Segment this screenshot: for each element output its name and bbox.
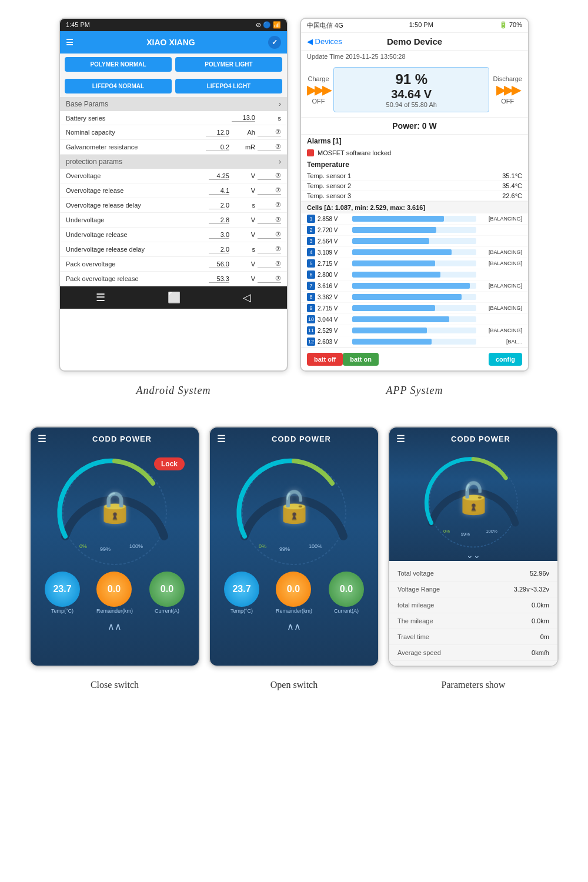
charge-arrows: ▶▶▶ [307, 82, 330, 98]
app-cell-row: 12 2.603 V [BAL... [301, 336, 528, 348]
codd-menu-icon-2[interactable]: ☰ [217, 433, 226, 445]
bottom-labels-row: Close switch Open switch Parameters show [0, 673, 588, 708]
top-section: 1:45 PM ⊘ 🔵 📶 ☰ XIAO XIANG ✓ POLYMER NOR… [0, 0, 588, 377]
discharge-arrows: ▶▶▶ [493, 82, 522, 98]
codd-lock-icon-params: 🔓 [455, 480, 493, 516]
app-cell-row: 2 2.720 V [301, 225, 528, 236]
app-label: APP System [300, 385, 529, 397]
app-cell-row: 7 3.616 V [BALANCING] [301, 280, 528, 292]
app-cells: 1 2.858 V [BALANCING] 2 2.720 V 3 2.564 … [301, 213, 528, 348]
app-alarm-row: MOSFET software locked [301, 148, 528, 158]
app-time: 1:50 PM [409, 21, 433, 30]
btn-batt-on[interactable]: batt on [343, 353, 379, 366]
app-cells-header: Cells [Δ: 1.087, min: 2.529, max: 3.616] [301, 201, 528, 213]
android-param-row: Undervoltage release 3.0 V ⑦ [60, 228, 287, 242]
app-cell-row: 3 2.564 V [301, 236, 528, 247]
app-temp-row: Temp. sensor 322.6°C [301, 191, 528, 201]
codd-stat-remainder-close: 0.0 Remainder(km) [96, 572, 133, 614]
app-cell-row: 9 2.715 V [BALANCING] [301, 303, 528, 314]
app-cell-row: 8 3.362 V [301, 292, 528, 303]
app-phone: 中国电信 4G 1:50 PM 🔋 70% ◀ Devices Demo Dev… [300, 18, 529, 372]
android-param-row: Undervoltage 2.8 V ⑦ [60, 213, 287, 228]
open-switch-label: Open switch [209, 680, 379, 690]
app-cell-row: 10 3.044 V [301, 314, 528, 325]
btn-lifepo4-light[interactable]: LIFEPO4 LIGHT [175, 79, 282, 93]
codd-gauge-area-open: 0% 99% 100% 🔓 [210, 448, 378, 566]
charge-center: 91 % 34.64 V 50.94 of 55.80 Ah [333, 67, 489, 112]
android-phone: 1:45 PM ⊘ 🔵 📶 ☰ XIAO XIANG ✓ POLYMER NOR… [59, 18, 288, 372]
app-back-button[interactable]: ◀ Devices [307, 37, 342, 46]
codd-header-close: ☰ CODD POWER [31, 427, 199, 448]
charge-left: Charge ▶▶▶ OFF [307, 75, 330, 105]
svg-text:0%: 0% [443, 529, 450, 534]
btn-config[interactable]: config [489, 353, 522, 366]
svg-text:99%: 99% [100, 546, 111, 552]
android-param-row: Overvoltage release delay 2.0 s ⑦ [60, 198, 287, 213]
android-protection-header: protection params › [60, 155, 287, 169]
app-temps: Temp. sensor 135.1°CTemp. sensor 235.4°C… [301, 171, 528, 201]
codd-title-3: CODD POWER [411, 435, 550, 443]
android-header: ☰ XIAO XIANG ✓ [60, 31, 287, 54]
param-name: Nominal capacity [66, 129, 115, 136]
codd-lock-icon-close: 🔒 [96, 489, 134, 525]
android-param-nominal-capacity: Nominal capacity 12.0 Ah ⑦ [60, 125, 287, 140]
app-signal: 中国电信 4G [307, 21, 343, 30]
android-back-icon[interactable]: ◁ [243, 291, 251, 304]
app-temp-header: Temperature [301, 158, 528, 171]
charge-ah: 50.94 of 55.80 Ah [336, 101, 486, 108]
btn-lifepo4-normal[interactable]: LIFEPO4 NORMAL [65, 79, 172, 93]
android-param-row: Undervoltage release delay 2.0 s ⑦ [60, 242, 287, 257]
android-param-row: Overvoltage release 4.1 V ⑦ [60, 183, 287, 198]
codd-phone-close: ☰ CODD POWER Lock 0% 99% 100% 🔒 [29, 426, 200, 667]
android-bottom-bar: ☰ ⬜ ◁ [60, 286, 287, 309]
stat-remainder-circle: 0.0 [96, 572, 132, 607]
svg-text:100%: 100% [129, 543, 143, 549]
codd-stat-current-close: 0.0 Current(A) [149, 572, 185, 614]
svg-text:0%: 0% [259, 543, 266, 549]
app-temp-row: Temp. sensor 235.4°C [301, 181, 528, 191]
android-label: Android System [59, 385, 288, 397]
close-switch-label: Close switch [29, 680, 200, 690]
btn-polymer-normal[interactable]: POLYMER NORMAL [65, 57, 172, 72]
app-charge-section: Charge ▶▶▶ OFF 91 % 34.64 V 50.94 of 55.… [301, 62, 528, 118]
android-protection-params: Overvoltage 4.25 V ⑦ Overvoltage release… [60, 169, 287, 286]
params-data-row: Travel time0m [389, 629, 557, 645]
params-data-row: Total voltage52.96v [389, 566, 557, 582]
android-check-icon[interactable]: ✓ [268, 36, 281, 49]
android-home-icon[interactable]: ☰ [96, 291, 105, 304]
bottom-section: ☰ CODD POWER Lock 0% 99% 100% 🔒 [0, 415, 588, 673]
codd-stat-current-open: 0.0 Current(A) [329, 572, 364, 614]
android-param-galvanometer: Galvanometer resistance 0.2 mR ⑦ [60, 140, 287, 155]
app-cell-row: 6 2.800 V [301, 269, 528, 280]
codd-menu-icon-3[interactable]: ☰ [396, 433, 405, 445]
codd-header-open: ☰ CODD POWER [210, 427, 378, 448]
app-nav-bar: ◀ Devices Demo Device [301, 33, 528, 51]
app-status-bar: 中国电信 4G 1:50 PM 🔋 70% [301, 19, 528, 33]
alarm-dot-icon [307, 149, 314, 156]
codd-bottom-arrow-open[interactable]: ∧∧ [210, 619, 378, 638]
btn-polymer-light[interactable]: POLYMER LIGHT [175, 57, 282, 72]
lock-badge-close[interactable]: Lock [154, 457, 185, 470]
chevron-down-icon[interactable]: ⌄⌄ [389, 548, 557, 561]
app-temp-row: Temp. sensor 135.1°C [301, 171, 528, 181]
app-power-row: Power: 0 W [301, 118, 528, 135]
param-name: Battery series [66, 115, 105, 122]
android-circle-icon[interactable]: ⬜ [168, 291, 181, 304]
android-icons: ⊘ 🔵 📶 [256, 21, 281, 29]
svg-text:99%: 99% [279, 546, 290, 552]
top-labels-row: Android System APP System [0, 377, 588, 415]
android-param-battery-series: Battery series 13.0 s [60, 111, 287, 125]
android-param-row: Pack overvoltage release 53.3 V ⑦ [60, 272, 287, 286]
codd-header-params: ☰ CODD POWER [389, 427, 557, 448]
codd-menu-icon-1[interactable]: ☰ [38, 433, 46, 445]
stat-temp-circle-2: 23.7 [224, 572, 259, 607]
codd-bottom-arrow-close[interactable]: ∧∧ [31, 619, 199, 638]
btn-batt-off[interactable]: batt off [307, 353, 343, 366]
codd-lock-icon-open: 🔓 [275, 489, 313, 525]
codd-stat-temp-open: 23.7 Temp(°C) [224, 572, 259, 614]
app-update-row: Update Time 2019-11-25 13:50:28 [301, 51, 528, 62]
stat-current-circle-2: 0.0 [329, 572, 364, 607]
android-menu-icon[interactable]: ☰ [66, 38, 74, 47]
android-param-row: Overvoltage 4.25 V ⑦ [60, 169, 287, 183]
codd-title-1: CODD POWER [52, 435, 192, 443]
